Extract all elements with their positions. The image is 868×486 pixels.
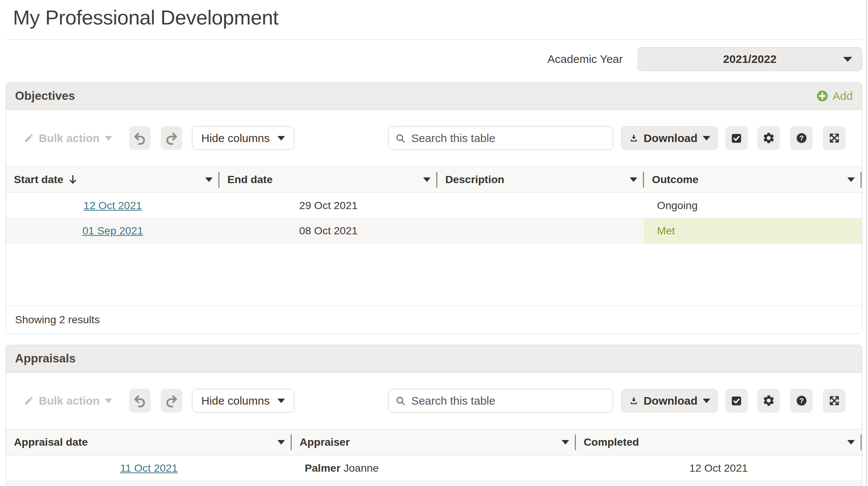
column-header-outcome[interactable]: Outcome xyxy=(644,167,862,193)
column-menu-icon[interactable] xyxy=(423,177,431,182)
svg-text:?: ? xyxy=(799,397,804,405)
search-input[interactable] xyxy=(411,132,606,145)
cell-end-date: 08 Oct 2021 xyxy=(219,219,437,244)
cell-description xyxy=(437,193,644,218)
objectives-table-header: Start date End date Description Outcome xyxy=(6,167,862,193)
search-icon xyxy=(395,395,406,407)
cell-end-date: 29 Oct 2021 xyxy=(219,193,437,218)
column-label: Appraisal date xyxy=(14,436,88,448)
table-row-partial xyxy=(6,481,862,486)
help-icon: ? xyxy=(795,394,808,407)
appraisal-date-link[interactable]: 11 Oct 2021 xyxy=(120,462,178,474)
cell-description xyxy=(437,219,644,244)
academic-year-label: Academic Year xyxy=(547,53,623,66)
column-label: Outcome xyxy=(652,173,699,186)
chevron-down-icon xyxy=(703,399,710,403)
appraisals-title: Appraisals xyxy=(15,352,76,365)
column-menu-icon[interactable] xyxy=(630,177,637,182)
expand-button[interactable] xyxy=(823,126,845,150)
table-row[interactable]: 11 Oct 2021 Palmer Joanne 12 Oct 2021 xyxy=(6,455,862,481)
help-icon: ? xyxy=(795,132,808,144)
chevron-down-icon xyxy=(105,136,112,141)
redo-icon xyxy=(164,131,179,145)
download-button[interactable]: Download xyxy=(621,389,718,413)
chevron-down-icon xyxy=(277,399,285,403)
academic-year-row: Academic Year 2021/2022 xyxy=(6,47,862,72)
undo-icon xyxy=(132,131,147,145)
bulk-action-label: Bulk action xyxy=(39,394,100,407)
help-button[interactable]: ? xyxy=(790,389,813,413)
column-header-start-date[interactable]: Start date xyxy=(6,167,219,193)
column-header-description[interactable]: Description xyxy=(437,167,644,193)
svg-text:?: ? xyxy=(799,134,804,142)
gear-icon xyxy=(762,394,775,407)
objectives-panel-header: Objectives Add xyxy=(6,83,862,110)
bulk-action-label: Bulk action xyxy=(39,132,100,145)
column-label: Completed xyxy=(584,436,639,448)
settings-button[interactable] xyxy=(757,126,780,150)
appraisals-panel: Appraisals Bulk action Hide columns xyxy=(6,345,862,486)
settings-button[interactable] xyxy=(757,389,780,413)
checkbox-checked-icon xyxy=(730,132,743,144)
objectives-panel: Objectives Add Bulk action xyxy=(6,82,862,334)
expand-icon xyxy=(828,394,841,407)
pencil-icon xyxy=(24,396,34,406)
cell-appraisal-date: 11 Oct 2021 xyxy=(6,455,292,481)
undo-button[interactable] xyxy=(129,389,151,413)
bulk-action-button[interactable]: Bulk action xyxy=(24,394,113,407)
download-button[interactable]: Download xyxy=(621,126,718,150)
column-header-appraiser[interactable]: Appraiser xyxy=(292,429,576,455)
start-date-link[interactable]: 12 Oct 2021 xyxy=(84,199,142,212)
cell-appraiser: Palmer Joanne xyxy=(292,455,576,481)
table-row[interactable]: 12 Oct 2021 29 Oct 2021 Ongoing xyxy=(6,193,862,219)
expand-button[interactable] xyxy=(823,389,845,413)
bulk-action-button[interactable]: Bulk action xyxy=(24,132,113,145)
cell-start-date: 12 Oct 2021 xyxy=(6,193,219,218)
pencil-icon xyxy=(24,133,34,143)
column-menu-icon[interactable] xyxy=(277,440,285,445)
scrollbar-track[interactable] xyxy=(866,0,867,486)
table-row[interactable]: 01 Sep 2021 08 Oct 2021 Met xyxy=(6,219,862,244)
appraisals-toolbar: Bulk action Hide columns xyxy=(6,373,862,429)
column-label: Start date xyxy=(14,173,63,186)
hide-columns-button[interactable]: Hide columns xyxy=(192,389,295,413)
bulk-select-button[interactable] xyxy=(725,389,748,413)
hide-columns-button[interactable]: Hide columns xyxy=(192,126,295,150)
undo-button[interactable] xyxy=(129,126,151,150)
appraiser-first-name: Joanne xyxy=(343,462,379,474)
column-header-end-date[interactable]: End date xyxy=(219,167,437,193)
search-input[interactable] xyxy=(411,394,606,407)
objectives-results-count: Showing 2 results xyxy=(6,306,862,334)
download-icon xyxy=(629,133,639,143)
academic-year-select[interactable]: 2021/2022 xyxy=(638,47,862,72)
column-header-appraisal-date[interactable]: Appraisal date xyxy=(6,429,292,455)
column-menu-icon[interactable] xyxy=(847,440,855,445)
column-header-completed[interactable]: Completed xyxy=(576,429,862,455)
checkbox-checked-icon xyxy=(730,394,743,407)
add-objective-button[interactable]: Add xyxy=(816,90,853,102)
column-label: End date xyxy=(227,173,273,186)
help-button[interactable]: ? xyxy=(790,126,813,150)
title-divider xyxy=(6,39,862,40)
redo-icon xyxy=(164,393,179,408)
appraisals-panel-header: Appraisals xyxy=(6,345,862,373)
plus-circle-icon xyxy=(816,90,828,102)
appraisals-table-header: Appraisal date Appraiser Completed xyxy=(6,429,862,456)
undo-icon xyxy=(132,393,147,408)
objectives-toolbar: Bulk action Hide columns xyxy=(6,110,862,167)
cell-outcome: Ongoing xyxy=(644,193,862,218)
download-label: Download xyxy=(644,394,697,407)
column-menu-icon[interactable] xyxy=(205,177,213,182)
table-empty-space xyxy=(6,244,862,306)
table-search xyxy=(388,389,614,413)
column-label: Appraiser xyxy=(300,436,350,448)
gear-icon xyxy=(762,131,775,145)
redo-button[interactable] xyxy=(161,389,182,413)
download-label: Download xyxy=(644,132,697,145)
column-menu-icon[interactable] xyxy=(562,440,569,445)
start-date-link[interactable]: 01 Sep 2021 xyxy=(82,225,143,237)
bulk-select-button[interactable] xyxy=(725,126,748,150)
chevron-down-icon xyxy=(277,136,285,141)
redo-button[interactable] xyxy=(161,126,182,150)
column-menu-icon[interactable] xyxy=(847,177,855,182)
